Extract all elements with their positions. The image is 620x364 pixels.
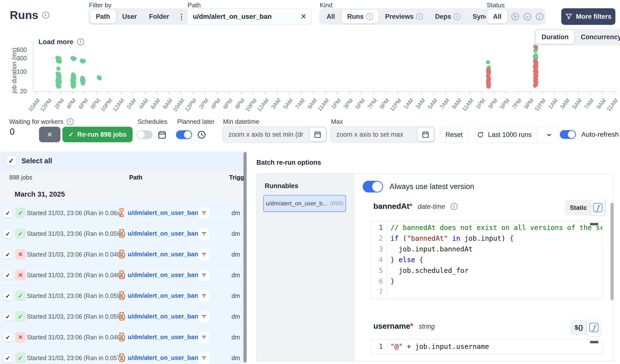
x-tick-mark bbox=[481, 92, 482, 94]
runnable-chip[interactable]: u/dm/alert_on_user_b... (898) bbox=[263, 195, 346, 212]
job-path-link[interactable]: u/dm/alert_on_user_ban bbox=[128, 354, 198, 361]
schedules-toggle[interactable] bbox=[137, 130, 153, 139]
job-path-link[interactable]: u/dm/alert_on_user_ban bbox=[128, 209, 198, 216]
scatter-point-success[interactable] bbox=[71, 57, 76, 61]
row-checkbox[interactable]: ✓ bbox=[3, 250, 12, 259]
table-row[interactable]: ✓ ✕ Started 31/03, 23:06 (Ran in 0.048s)… bbox=[0, 244, 247, 265]
y-tick-label: 20 bbox=[7, 88, 27, 95]
latest-version-toggle[interactable] bbox=[363, 181, 383, 193]
planned-later-toggle[interactable] bbox=[176, 130, 192, 139]
row-filter-button[interactable] bbox=[198, 228, 210, 240]
job-path-link[interactable]: u/dm/alert_on_user_ban bbox=[128, 334, 198, 341]
cancel-selection-button[interactable]: ✕ bbox=[39, 127, 61, 142]
kind-option-previews[interactable]: Previews i bbox=[379, 10, 429, 23]
bannedat-fx-button[interactable]: ƒ bbox=[591, 200, 605, 215]
filter-option-user[interactable]: User bbox=[116, 10, 143, 23]
x-tick-mark bbox=[518, 92, 518, 94]
table-row[interactable]: ✓ ✕ Started 31/03, 23:06 (Ran in 0.046s)… bbox=[0, 327, 247, 348]
path-label: Path bbox=[188, 1, 201, 9]
filter-option-folder[interactable]: Folder bbox=[143, 10, 175, 23]
status-failure-icon[interactable] bbox=[535, 12, 544, 21]
previews-info-icon: i bbox=[416, 13, 423, 20]
static-mode-label[interactable]: Static bbox=[570, 204, 587, 212]
job-path-link[interactable]: u/dm/alert_on_user_ban bbox=[128, 272, 198, 278]
reset-button[interactable]: Reset bbox=[440, 127, 468, 143]
job-path-link[interactable]: u/dm/alert_on_user_ban bbox=[128, 230, 198, 237]
kind-option-runs[interactable]: Runs i bbox=[341, 10, 379, 23]
runs-info-icon[interactable]: i bbox=[42, 12, 49, 18]
row-filter-button[interactable] bbox=[198, 352, 210, 364]
row-filter-button[interactable] bbox=[198, 290, 210, 302]
x-tick-mark bbox=[385, 92, 386, 94]
bannedat-code-editor[interactable]: 1// bannedAt does not exist on all versi… bbox=[371, 221, 603, 299]
select-all-checkbox[interactable]: ✓ bbox=[6, 156, 16, 166]
row-filter-button[interactable] bbox=[198, 332, 210, 343]
scatter-point-success[interactable] bbox=[98, 76, 102, 80]
min-datetime-calendar-button[interactable] bbox=[310, 128, 326, 141]
refresh-runs-button[interactable]: Last 1000 runs bbox=[475, 131, 533, 139]
rerun-jobs-button[interactable]: ✓ Re-run 898 jobs bbox=[62, 127, 133, 142]
filter-option-path[interactable]: Path bbox=[90, 10, 116, 23]
auto-refresh-toggle[interactable] bbox=[560, 130, 576, 139]
runs-duration-chart[interactable]: job duration (ms) 60030010020 10AM12PM2P… bbox=[0, 28, 620, 116]
job-path-link[interactable]: u/dm/alert_on_user_ban bbox=[128, 313, 198, 320]
job-path-link[interactable]: u/dm/alert_on_user_ban bbox=[128, 251, 198, 258]
chart-mode-tabs: Duration Concurrency bbox=[534, 29, 620, 45]
table-row[interactable]: ✓ ✓ Started 31/03, 23:06 (Ran in 0.06s) … bbox=[0, 203, 247, 223]
scatter-point-success[interactable] bbox=[81, 60, 85, 64]
scatter-point-failure[interactable] bbox=[486, 85, 491, 89]
table-row[interactable]: ✓ ✓ Started 31/03, 23:06 (Ran in 0.059s)… bbox=[0, 306, 247, 327]
table-row[interactable]: ✓ ✓ Started 31/03, 23:06 (Ran in 0.059s)… bbox=[0, 286, 247, 306]
row-checkbox[interactable]: ✓ bbox=[3, 312, 12, 321]
x-tick-mark bbox=[241, 92, 241, 94]
filter-more-menu-icon[interactable]: ⋮ bbox=[175, 13, 188, 21]
scatter-point-failure[interactable] bbox=[533, 84, 537, 88]
last-runs-dropdown-button[interactable] bbox=[540, 131, 558, 138]
line-number: 2 bbox=[371, 233, 387, 244]
clear-path-icon[interactable]: ✕ bbox=[300, 12, 307, 21]
row-checkbox[interactable]: ✓ bbox=[3, 229, 12, 238]
row-filter-button[interactable] bbox=[198, 311, 210, 322]
max-datetime-calendar-button[interactable] bbox=[418, 128, 434, 141]
scatter-point-success[interactable] bbox=[71, 85, 75, 89]
row-checkbox[interactable]: ✓ bbox=[3, 209, 12, 218]
row-checkbox[interactable]: ✓ bbox=[3, 354, 12, 363]
template-mode-label[interactable]: ${} bbox=[575, 324, 583, 331]
more-filters-button[interactable]: More filters bbox=[561, 8, 615, 25]
x-tick-mark bbox=[325, 92, 326, 94]
filter-lines-icon bbox=[201, 210, 207, 216]
scatter-point-success[interactable] bbox=[56, 66, 61, 71]
status-running-icon[interactable] bbox=[511, 12, 520, 21]
row-checkbox[interactable]: ✓ bbox=[3, 333, 12, 342]
status-success-icon[interactable] bbox=[523, 12, 532, 21]
table-row[interactable]: ✓ ✕ Started 31/03, 23:06 (Ran in 0.046s)… bbox=[0, 265, 247, 286]
panel-scrollbar[interactable] bbox=[610, 203, 614, 300]
check-icon: ✓ bbox=[9, 157, 14, 165]
job-started-text: Started 31/03, 23:06 (Ran in 0.057s) bbox=[27, 354, 125, 362]
table-row[interactable]: ✓ ✓ Started 31/03, 23:06 (Ran in 0.057s)… bbox=[0, 348, 247, 364]
row-checkbox[interactable]: ✓ bbox=[3, 292, 12, 300]
jobs-list-scrollbar[interactable] bbox=[244, 152, 247, 363]
scatter-point-failure[interactable] bbox=[534, 45, 538, 49]
x-tick-mark bbox=[181, 92, 181, 94]
status-option-all[interactable]: All bbox=[487, 10, 507, 23]
username-code-editor[interactable]: 1"@" + job.input.username bbox=[371, 339, 603, 354]
bannedat-info-icon[interactable]: i bbox=[451, 203, 457, 210]
job-path-link[interactable]: u/dm/alert_on_user_ban bbox=[128, 292, 198, 299]
tab-duration[interactable]: Duration bbox=[536, 30, 574, 44]
username-fx-button[interactable]: ƒ bbox=[587, 318, 601, 336]
path-input[interactable] bbox=[187, 8, 311, 25]
row-filter-button[interactable] bbox=[198, 270, 210, 281]
tab-concurrency[interactable]: Concurrency bbox=[575, 30, 620, 44]
row-filter-button[interactable] bbox=[198, 249, 210, 260]
scatter-point-success[interactable] bbox=[81, 81, 85, 86]
kind-option-all[interactable]: All bbox=[321, 10, 341, 23]
function-icon: ƒ bbox=[593, 203, 603, 212]
row-filter-button[interactable] bbox=[198, 208, 210, 219]
load-more-button[interactable]: Load more i bbox=[39, 38, 84, 46]
scatter-point-success[interactable] bbox=[486, 60, 490, 64]
table-row[interactable]: ✓ ✓ Started 31/03, 23:06 (Ran in 0.059s)… bbox=[0, 223, 247, 244]
row-checkbox[interactable]: ✓ bbox=[3, 271, 12, 280]
x-tick-mark bbox=[277, 92, 277, 94]
kind-option-deps[interactable]: Deps i bbox=[429, 10, 466, 23]
